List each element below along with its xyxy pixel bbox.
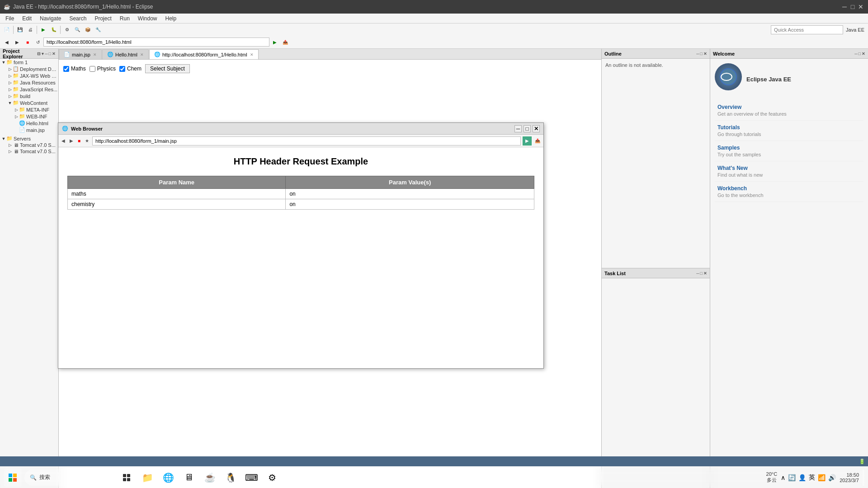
- cmd-icon[interactable]: ⌨: [242, 469, 260, 487]
- menu-edit[interactable]: Edit: [19, 14, 35, 23]
- wb-go-btn[interactable]: ▶: [523, 136, 532, 145]
- maximize-button[interactable]: □: [849, 3, 856, 10]
- outline-close[interactable]: ✕: [703, 52, 707, 56]
- menu-project[interactable]: Project: [91, 14, 115, 23]
- menu-file[interactable]: File: [2, 14, 18, 23]
- toolbar-btn6[interactable]: 🔧: [93, 25, 103, 35]
- wb-fav-btn[interactable]: ★: [84, 137, 90, 144]
- menu-window[interactable]: Window: [134, 14, 161, 23]
- close-button[interactable]: ✕: [857, 3, 864, 10]
- terminal-icon[interactable]: 🖥: [180, 469, 198, 487]
- collapse-btn[interactable]: ⊟: [37, 52, 41, 56]
- task-header: Task List ─ □ ✕: [602, 268, 710, 278]
- tree-form1[interactable]: ▼ 📁 form 1: [0, 59, 58, 66]
- tree-webinf[interactable]: ▷ 📁 WEB-INF: [0, 113, 58, 120]
- quick-access-input[interactable]: [771, 25, 843, 34]
- tab-close[interactable]: ✕: [140, 52, 144, 57]
- run-button[interactable]: ▶: [38, 25, 48, 35]
- tab-hello-html[interactable]: 🌐 Hello.html ✕: [102, 49, 149, 59]
- wb-stop-btn[interactable]: ■: [76, 137, 82, 144]
- menu-help[interactable]: Help: [162, 14, 180, 23]
- tab-close[interactable]: ✕: [93, 52, 97, 57]
- welcome-overview[interactable]: Overview Get an overview of the features: [715, 100, 863, 121]
- outline-min[interactable]: ─: [696, 52, 699, 56]
- expand-tray-btn[interactable]: ∧: [781, 474, 785, 481]
- main-address-input[interactable]: [43, 38, 269, 47]
- tab-main-jsp[interactable]: 📄 main.jsp ✕: [59, 49, 102, 59]
- panel-max-btn[interactable]: □: [49, 52, 51, 56]
- go-button[interactable]: ▶: [270, 37, 280, 47]
- tree-build[interactable]: ▷ 📁 build: [0, 93, 58, 99]
- welcome-close[interactable]: ✕: [862, 52, 865, 56]
- tree-metainf[interactable]: ▷ 📁 META-INF: [0, 106, 58, 113]
- start-button[interactable]: [4, 469, 22, 487]
- panel-menu-btn[interactable]: ▾: [42, 52, 44, 56]
- tree-tomcat2[interactable]: ▷ 🖥 Tomcat v7.0 S...: [0, 148, 58, 155]
- toolbar-btn4[interactable]: 🔍: [72, 25, 82, 35]
- task-min[interactable]: ─: [696, 271, 699, 276]
- welcome-min[interactable]: ─: [854, 52, 857, 56]
- minimize-button[interactable]: ─: [841, 3, 848, 10]
- panel-close-btn[interactable]: ✕: [52, 52, 56, 56]
- eclipse-taskbar-icon[interactable]: ☕: [201, 469, 219, 487]
- tab-close[interactable]: ✕: [250, 52, 254, 57]
- tree-webcontent[interactable]: ▼ 📁 WebContent: [0, 99, 58, 106]
- forward-btn[interactable]: ▶: [12, 37, 22, 47]
- tree-main-jsp[interactable]: 📄 main.jsp: [0, 127, 58, 133]
- wb-ext-btn[interactable]: 📤: [533, 137, 542, 144]
- save-button[interactable]: 💾: [15, 25, 25, 35]
- toolbar-btn5[interactable]: 📦: [83, 25, 93, 35]
- maths-label[interactable]: Maths: [63, 66, 86, 72]
- ext-btn[interactable]: 📤: [280, 37, 290, 47]
- outline-max[interactable]: □: [700, 52, 703, 56]
- select-subject-button[interactable]: Select Subject: [145, 64, 190, 73]
- new-button[interactable]: 📄: [2, 25, 12, 35]
- print-button[interactable]: 🖨: [25, 25, 35, 35]
- wb-forward-btn[interactable]: ▶: [68, 137, 75, 144]
- menu-search[interactable]: Search: [66, 14, 90, 23]
- wb-minimize[interactable]: ─: [514, 125, 522, 132]
- wb-maximize[interactable]: □: [524, 125, 531, 132]
- taskbar-search[interactable]: 🔍 搜索: [24, 469, 115, 486]
- welcome-whats-new[interactable]: What's New Find out what is new: [715, 161, 863, 182]
- tree-java-res[interactable]: ▷ 📁 Java Resources: [0, 79, 58, 86]
- edge-icon[interactable]: 🌐: [159, 469, 177, 487]
- tree-js-res[interactable]: ▷ 📁 JavaScript Res...: [0, 86, 58, 93]
- welcome-max[interactable]: □: [859, 52, 861, 56]
- welcome-workbench[interactable]: Workbench Go to the workbench: [715, 182, 863, 202]
- physics-checkbox[interactable]: [90, 66, 95, 72]
- tree-hello-html[interactable]: 🌐 Hello.html: [0, 120, 58, 127]
- chem-checkbox[interactable]: [119, 66, 125, 72]
- stop-btn[interactable]: ■: [23, 37, 33, 47]
- tab-localhost[interactable]: 🌐 http://localhost:8080/form_1/Hello.htm…: [149, 49, 259, 59]
- taskview-btn[interactable]: [118, 469, 136, 487]
- tree-jax[interactable]: ▷ 📁 JAX-WS Web Services: [0, 72, 58, 79]
- menu-navigate[interactable]: Navigate: [36, 14, 65, 23]
- toolbar-btn3[interactable]: ⚙: [62, 25, 72, 35]
- task-close[interactable]: ✕: [703, 271, 707, 276]
- title-bar-controls[interactable]: ─ □ ✕: [841, 3, 864, 10]
- wb-close[interactable]: ✕: [533, 125, 540, 132]
- system-clock[interactable]: 18:50 2023/3/7: [840, 472, 859, 483]
- file-explorer-icon[interactable]: 📁: [138, 469, 156, 487]
- wb-url-input[interactable]: [92, 136, 521, 145]
- welcome-tutorials[interactable]: Tutorials Go through tutorials: [715, 121, 863, 141]
- debug-button[interactable]: 🐛: [49, 25, 59, 35]
- tree-servers[interactable]: ▼ 📁 Servers: [0, 135, 58, 142]
- refresh-btn[interactable]: ↺: [33, 37, 43, 47]
- welcome-samples[interactable]: Samples Try out the samples: [715, 141, 863, 161]
- physics-label[interactable]: Physics: [90, 66, 116, 72]
- settings-icon[interactable]: ⚙: [263, 469, 281, 487]
- menu-run[interactable]: Run: [116, 14, 133, 23]
- chem-label[interactable]: Chem: [119, 66, 142, 72]
- show-desktop-btn[interactable]: [863, 469, 864, 486]
- tree-dd[interactable]: ▷ 📋 Deployment Descriptor: form 1: [0, 66, 58, 72]
- back-btn[interactable]: ◀: [2, 37, 12, 47]
- wb-address-bar: ◀ ▶ ■ ★ ▶ 📤: [58, 135, 543, 147]
- tree-tomcat1[interactable]: ▷ 🖥 Tomcat v7.0 S...: [0, 142, 58, 148]
- wb-back-btn[interactable]: ◀: [60, 137, 66, 144]
- chat-icon[interactable]: 🐧: [222, 469, 240, 487]
- task-max[interactable]: □: [700, 271, 703, 276]
- panel-min-btn[interactable]: ─: [45, 52, 47, 56]
- maths-checkbox[interactable]: [63, 66, 69, 72]
